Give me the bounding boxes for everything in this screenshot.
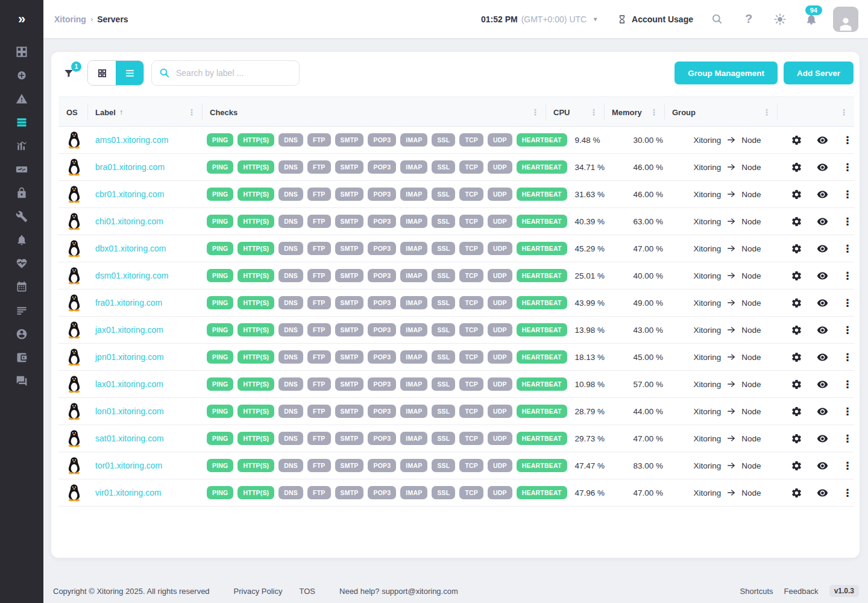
- check-badge[interactable]: DNS: [278, 296, 303, 309]
- check-badge[interactable]: SMTP: [335, 350, 364, 364]
- check-badge[interactable]: PING: [207, 486, 233, 499]
- check-badge[interactable]: IMAP: [400, 133, 427, 147]
- account-usage-button[interactable]: Account Usage: [617, 14, 693, 24]
- check-badge[interactable]: DNS: [278, 269, 303, 282]
- check-badge[interactable]: UDP: [488, 486, 512, 499]
- server-label-link[interactable]: vir01.xitoring.com: [95, 488, 162, 497]
- check-badge[interactable]: FTP: [307, 486, 330, 499]
- check-badge[interactable]: FTP: [307, 215, 330, 228]
- check-badge[interactable]: DNS: [278, 377, 303, 391]
- check-badge[interactable]: HEARTBEAT: [517, 296, 567, 309]
- check-badge[interactable]: PING: [207, 432, 233, 445]
- view-eye-icon[interactable]: [817, 162, 828, 173]
- server-label-link[interactable]: chi01.xitoring.com: [95, 216, 163, 226]
- sidebar-collapse-icon[interactable]: »: [18, 11, 25, 29]
- breadcrumb-root[interactable]: Xitoring: [54, 14, 86, 24]
- check-badge[interactable]: SMTP: [335, 432, 364, 445]
- check-badge[interactable]: HTTP(S): [237, 323, 274, 336]
- search-button[interactable]: [702, 7, 733, 31]
- sidebar-item-notifications[interactable]: [10, 234, 34, 246]
- row-menu-icon[interactable]: ⋮: [843, 188, 853, 201]
- view-eye-icon[interactable]: [817, 243, 828, 254]
- row-menu-icon[interactable]: ⋮: [843, 378, 853, 391]
- settings-gear-icon[interactable]: [791, 352, 802, 363]
- check-badge[interactable]: DNS: [278, 215, 303, 228]
- view-eye-icon[interactable]: [817, 352, 828, 363]
- server-label-link[interactable]: jpn01.xitoring.com: [95, 352, 164, 362]
- check-badge[interactable]: POP3: [368, 188, 396, 201]
- check-badge[interactable]: SSL: [432, 432, 455, 445]
- check-badge[interactable]: PING: [207, 160, 233, 174]
- row-menu-icon[interactable]: ⋮: [843, 324, 853, 336]
- check-badge[interactable]: SMTP: [335, 377, 364, 391]
- check-badge[interactable]: IMAP: [400, 405, 427, 418]
- check-badge[interactable]: TCP: [459, 160, 483, 174]
- check-badge[interactable]: SSL: [432, 323, 455, 336]
- row-menu-icon[interactable]: ⋮: [843, 487, 853, 499]
- check-badge[interactable]: UDP: [488, 133, 512, 147]
- check-badge[interactable]: HEARTBEAT: [517, 459, 567, 472]
- check-badge[interactable]: SSL: [432, 215, 455, 228]
- check-badge[interactable]: POP3: [368, 350, 396, 364]
- row-menu-icon[interactable]: ⋮: [843, 242, 853, 255]
- check-badge[interactable]: IMAP: [400, 296, 427, 309]
- view-eye-icon[interactable]: [817, 216, 828, 227]
- sidebar-item-billing[interactable]: [10, 352, 34, 364]
- check-badge[interactable]: IMAP: [400, 215, 427, 228]
- check-badge[interactable]: SSL: [432, 350, 455, 364]
- sidebar-item-servers[interactable]: [10, 116, 34, 128]
- check-badge[interactable]: TCP: [459, 459, 483, 472]
- tos-link[interactable]: TOS: [300, 587, 316, 596]
- check-badge[interactable]: HEARTBEAT: [517, 160, 567, 174]
- column-label[interactable]: Label↑ ⋮: [87, 97, 202, 127]
- sidebar-item-graphs[interactable]: [10, 140, 34, 152]
- sidebar-item-incidents[interactable]: [10, 93, 34, 105]
- check-badge[interactable]: HEARTBEAT: [517, 215, 567, 228]
- check-badge[interactable]: SSL: [432, 405, 455, 418]
- check-badge[interactable]: TCP: [459, 377, 483, 391]
- row-menu-icon[interactable]: ⋮: [843, 297, 853, 309]
- check-badge[interactable]: FTP: [307, 405, 330, 418]
- check-badge[interactable]: SMTP: [335, 486, 364, 499]
- check-badge[interactable]: HTTP(S): [237, 459, 274, 472]
- check-badge[interactable]: SMTP: [335, 188, 364, 201]
- sidebar-item-account[interactable]: [10, 328, 34, 340]
- check-badge[interactable]: SSL: [432, 242, 455, 255]
- check-badge[interactable]: IMAP: [400, 188, 427, 201]
- check-badge[interactable]: POP3: [368, 133, 396, 147]
- check-badge[interactable]: HTTP(S): [237, 133, 274, 147]
- check-badge[interactable]: TCP: [459, 133, 483, 147]
- check-badge[interactable]: SMTP: [335, 296, 364, 309]
- check-badge[interactable]: TCP: [459, 215, 483, 228]
- add-server-button[interactable]: Add Server: [784, 62, 854, 84]
- check-badge[interactable]: DNS: [278, 160, 303, 174]
- column-menu-icon[interactable]: ⋮: [763, 108, 771, 116]
- sidebar-item-scheduler[interactable]: [10, 281, 34, 293]
- check-badge[interactable]: UDP: [488, 323, 512, 336]
- check-badge[interactable]: IMAP: [400, 242, 427, 255]
- server-label-link[interactable]: sat01.xitoring.com: [95, 434, 164, 443]
- check-badge[interactable]: POP3: [368, 269, 396, 282]
- view-eye-icon[interactable]: [817, 487, 828, 499]
- check-badge[interactable]: PING: [207, 188, 233, 201]
- check-badge[interactable]: PING: [207, 133, 233, 147]
- check-badge[interactable]: SSL: [432, 296, 455, 309]
- grid-view-button[interactable]: [88, 61, 116, 85]
- check-badge[interactable]: DNS: [278, 405, 303, 418]
- check-badge[interactable]: FTP: [307, 188, 330, 201]
- check-badge[interactable]: IMAP: [400, 377, 427, 391]
- check-badge[interactable]: UDP: [488, 296, 512, 309]
- check-badge[interactable]: UDP: [488, 269, 512, 282]
- check-badge[interactable]: DNS: [278, 350, 303, 364]
- settings-gear-icon[interactable]: [791, 379, 802, 390]
- view-eye-icon[interactable]: [817, 189, 828, 200]
- check-badge[interactable]: POP3: [368, 215, 396, 228]
- check-badge[interactable]: IMAP: [400, 269, 427, 282]
- check-badge[interactable]: HTTP(S): [237, 269, 274, 282]
- check-badge[interactable]: POP3: [368, 323, 396, 336]
- check-badge[interactable]: FTP: [307, 323, 330, 336]
- filter-button[interactable]: 1: [62, 63, 80, 83]
- check-badge[interactable]: PING: [207, 269, 233, 282]
- server-label-link[interactable]: tor01.xitoring.com: [95, 461, 162, 470]
- check-badge[interactable]: IMAP: [400, 432, 427, 445]
